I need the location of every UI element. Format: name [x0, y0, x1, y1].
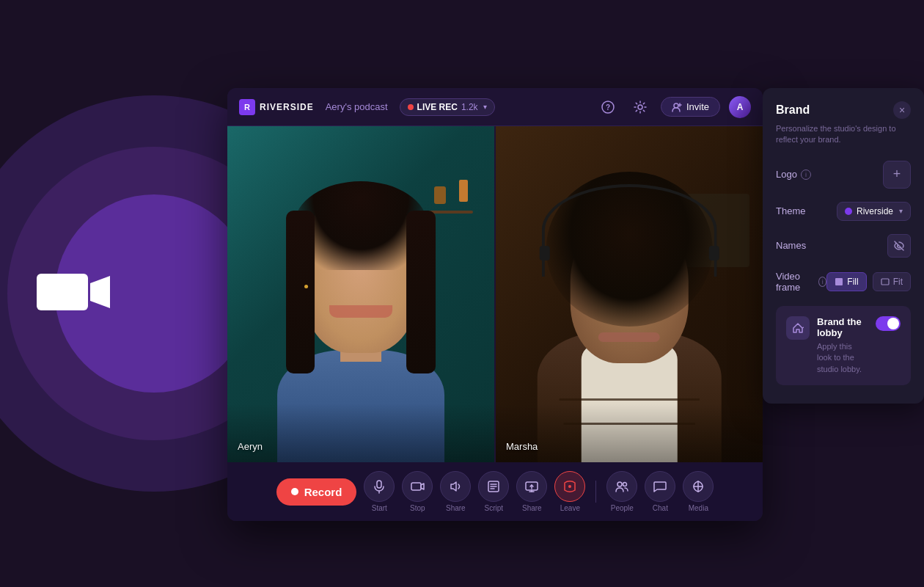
media-button[interactable]: Media — [683, 471, 714, 512]
camera-icon — [33, 263, 114, 321]
fill-button[interactable]: Fill — [826, 272, 866, 291]
names-label: Names — [776, 240, 806, 251]
camera-button[interactable]: Stop — [402, 471, 433, 512]
video-frame-info-icon[interactable]: i — [818, 277, 826, 287]
live-badge[interactable]: LIVE REC 1.2k ▾ — [400, 98, 495, 116]
headphone-right — [708, 246, 719, 260]
brand-title: Brand — [776, 103, 810, 117]
script-icon — [486, 479, 501, 494]
people-label: People — [611, 504, 634, 512]
audio-button[interactable]: Share — [440, 471, 471, 512]
speaker-icon — [448, 479, 463, 494]
marsha-label: Marsha — [506, 441, 538, 452]
media-icon-wrap — [683, 471, 714, 502]
record-button[interactable]: Record — [276, 478, 357, 506]
people-icon — [615, 479, 629, 494]
script-label: Script — [485, 504, 504, 512]
help-icon: ? — [601, 101, 615, 114]
svg-rect-21 — [881, 279, 889, 285]
toggle-thumb — [887, 318, 899, 329]
names-visibility-button[interactable] — [887, 234, 911, 258]
aeryn-hair-left — [286, 211, 315, 373]
marsha-video-overlay — [496, 404, 763, 462]
leave-button[interactable]: Leave — [554, 471, 585, 512]
fit-label: Fit — [893, 277, 903, 287]
video-panel-aeryn: Aeryn — [227, 126, 496, 462]
screen-icon-wrap — [516, 471, 547, 502]
eye-off-icon — [893, 240, 905, 252]
marsha-lips — [598, 332, 660, 342]
stop-label: Stop — [410, 504, 425, 512]
audio-icon-wrap — [440, 471, 471, 502]
live-text: LIVE REC — [417, 102, 458, 112]
marsha-headphones — [542, 184, 717, 277]
logo-icon: R — [239, 99, 255, 115]
start-label: Start — [372, 504, 387, 512]
chat-icon-wrap — [645, 471, 675, 502]
close-button[interactable]: × — [893, 101, 911, 119]
svg-point-4 — [638, 105, 642, 109]
toolbar-divider — [595, 481, 596, 503]
fit-button[interactable]: Fit — [873, 272, 911, 291]
help-button[interactable]: ? — [596, 95, 620, 119]
settings-button[interactable] — [628, 95, 652, 119]
camera-btn-icon-wrap — [402, 471, 433, 502]
camera-icon-bg — [33, 263, 114, 324]
live-dot — [408, 104, 414, 110]
theme-row: Theme Riverside ▾ — [776, 202, 911, 221]
mic-icon — [372, 479, 386, 494]
invite-label: Invite — [686, 101, 709, 112]
media-label: Media — [689, 504, 708, 512]
people-icon-wrap — [606, 471, 637, 502]
leave-icon — [562, 479, 577, 494]
lobby-toggle[interactable] — [876, 316, 901, 331]
logo-label: Logo i — [776, 169, 811, 180]
theme-select[interactable]: Riverside ▾ — [837, 202, 911, 221]
fit-icon — [881, 277, 890, 286]
vest-stripe-2 — [559, 398, 699, 401]
studio-toolbar: Record Start Stop — [227, 462, 763, 521]
podcast-name[interactable]: Aery's podcast — [326, 101, 388, 112]
names-row: Names — [776, 234, 911, 258]
svg-text:?: ? — [606, 103, 610, 112]
brand-panel: Brand × Personalize the studio's design … — [763, 88, 924, 404]
media-icon — [691, 479, 705, 494]
svg-rect-8 — [411, 483, 421, 490]
record-dot-icon — [291, 488, 298, 495]
video-frame-row-container: Video frame i Fill Fit — [776, 271, 911, 293]
invite-button[interactable]: Invite — [661, 97, 720, 117]
chat-icon — [653, 479, 667, 494]
aeryn-smile — [329, 305, 392, 317]
aeryn-hair-right — [406, 211, 436, 373]
close-icon: × — [899, 104, 905, 116]
logo-add-button[interactable]: + — [883, 161, 911, 189]
mic-button[interactable]: Start — [364, 471, 395, 512]
lobby-title: Brand the lobby — [817, 316, 868, 338]
record-label: Record — [304, 486, 342, 498]
script-icon-wrap — [478, 471, 509, 502]
brand-subtitle: Personalize the studio's design to refle… — [776, 123, 911, 146]
screen-share-button[interactable]: Share — [516, 471, 547, 512]
logo-info-icon[interactable]: i — [801, 169, 811, 180]
video-grid: Aeryn — [227, 126, 763, 462]
lobby-icon-svg — [792, 322, 804, 334]
leave-icon-wrap — [554, 471, 585, 502]
lobby-desc: Apply this look to the studio lobby. — [817, 341, 868, 375]
screen-icon — [524, 479, 539, 494]
studio-container: R RIVERSIDE Aery's podcast LIVE REC 1.2k… — [227, 88, 763, 521]
lobby-icon — [786, 316, 810, 340]
theme-label: Theme — [776, 205, 805, 216]
chat-button[interactable]: Chat — [645, 471, 675, 512]
user-avatar[interactable]: A — [729, 96, 751, 118]
logo-text: RIVERSIDE — [260, 102, 314, 112]
svg-rect-6 — [377, 481, 381, 488]
theme-chevron-icon: ▾ — [899, 207, 903, 215]
theme-value: Riverside — [857, 206, 893, 216]
svg-point-19 — [623, 483, 627, 486]
aeryn-video-overlay — [227, 404, 494, 462]
aeryn-label: Aeryn — [238, 441, 263, 452]
brand-lobby-card: Brand the lobby Apply this look to the s… — [776, 306, 911, 385]
fill-icon — [835, 277, 843, 286]
script-button[interactable]: Script — [478, 471, 509, 512]
people-button[interactable]: People — [606, 471, 637, 512]
